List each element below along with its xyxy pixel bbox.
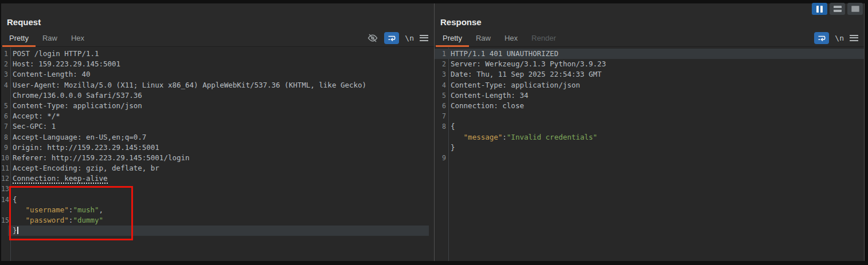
- line-number: 2: [1, 59, 8, 69]
- newline-toggle[interactable]: \n: [835, 34, 844, 42]
- line-number: 11: [1, 163, 8, 173]
- tab-render: Render: [525, 30, 563, 46]
- code-line: 4User-Agent: Mozilla/5.0 (X11; Linux x86…: [1, 80, 434, 90]
- line-number: 5: [1, 101, 8, 111]
- line-number: [1, 205, 8, 215]
- line-number: 2: [435, 59, 446, 69]
- columns-icon: [816, 6, 823, 13]
- line-content: Sec-GPC: 1: [8, 121, 56, 132]
- line-number: 14: [1, 195, 8, 205]
- pane-split-divider[interactable]: [434, 3, 435, 261]
- line-number: 9: [435, 153, 446, 163]
- request-tabbar: PrettyRawHex: [1, 30, 434, 47]
- tab-hex[interactable]: Hex: [498, 30, 525, 46]
- line-number: 8: [1, 132, 8, 143]
- code-line: 1HTTP/1.1 401 UNAUTHORIZED: [435, 49, 864, 59]
- line-content: Connection: close: [446, 101, 524, 111]
- line-content: Chrome/136.0.0.0 Safari/537.36: [8, 90, 142, 101]
- soft-wrap-icon: [387, 34, 396, 43]
- dotted-underline-annotation: Connection: keep-alive: [13, 174, 108, 184]
- line-number: 10: [1, 153, 8, 163]
- tab-raw[interactable]: Raw: [36, 30, 64, 46]
- code-line: 6Accept: */*: [1, 111, 434, 121]
- code-line: 10Referer: http://159.223.29.145:5001/lo…: [1, 153, 434, 163]
- repeater-surface: Request PrettyRawHex: [1, 3, 865, 261]
- request-tabs: PrettyRawHex: [2, 30, 91, 46]
- line-number: 6: [1, 111, 8, 121]
- response-tabbar: PrettyRawHexRender \n: [435, 30, 864, 47]
- layout-stacked-button[interactable]: [830, 3, 845, 15]
- line-content: [446, 111, 451, 121]
- line-number: 15: [1, 215, 8, 226]
- response-pane: Response PrettyRawHexRender \n 1HTTP/: [435, 3, 864, 261]
- code-line: 5Content-Length: 34: [435, 90, 864, 101]
- line-number: 3: [1, 69, 8, 80]
- code-line: }: [435, 143, 864, 153]
- code-line: 2Host: 159.223.29.145:5001: [1, 59, 434, 69]
- eye-off-icon[interactable]: [367, 33, 378, 43]
- code-line: 8Accept-Language: en-US,en;q=0.7: [1, 132, 434, 143]
- line-content: HTTP/1.1 401 UNAUTHORIZED: [446, 49, 558, 59]
- line-number: [435, 132, 446, 143]
- line-content: POST /login HTTP/1.1: [8, 49, 99, 59]
- line-content: [446, 153, 451, 163]
- line-number: 4: [435, 80, 446, 90]
- code-line: 3Date: Thu, 11 Sep 2025 22:54:33 GMT: [435, 69, 864, 80]
- soft-wrap-button[interactable]: [814, 32, 829, 44]
- single-pane-icon: [851, 6, 859, 12]
- request-editor-tools: \n: [367, 32, 428, 44]
- line-content: Accept-Encoding: gzip, deflate, br: [8, 163, 159, 173]
- code-line: 1POST /login HTTP/1.1: [1, 49, 434, 59]
- code-line: 8{: [435, 121, 864, 132]
- code-line: Chrome/136.0.0.0 Safari/537.36: [1, 90, 434, 101]
- line-number: 1: [435, 49, 446, 59]
- line-number: [1, 90, 8, 101]
- newline-toggle[interactable]: \n: [405, 34, 414, 42]
- code-line: 11Accept-Encoding: gzip, deflate, br: [1, 163, 434, 173]
- line-number: 3: [435, 69, 446, 80]
- code-line: 7: [435, 111, 864, 121]
- code-line: 7Sec-GPC: 1: [1, 121, 434, 132]
- line-content: Date: Thu, 11 Sep 2025 22:54:33 GMT: [446, 69, 601, 80]
- line-number: 1: [1, 49, 8, 59]
- line-number: 5: [435, 90, 446, 101]
- line-content: Content-Type: application/json: [8, 101, 142, 111]
- line-content: Content-Type: application/json: [446, 80, 580, 90]
- line-content: User-Agent: Mozilla/5.0 (X11; Linux x86_…: [8, 80, 366, 90]
- line-number: [435, 143, 446, 153]
- pane-layout-switcher: [812, 3, 863, 15]
- line-content: Accept: */*: [8, 111, 60, 121]
- response-editor-tools: \n: [814, 32, 858, 44]
- layout-single-pane-button[interactable]: [847, 3, 863, 15]
- response-tabs: PrettyRawHexRender: [436, 30, 563, 46]
- line-number: 7: [435, 111, 446, 121]
- tab-hex[interactable]: Hex: [64, 30, 91, 46]
- line-content: Referer: http://159.223.29.145:5001/logi…: [8, 153, 190, 163]
- line-content: {: [446, 121, 455, 132]
- code-line: "message":"Invalid credentials": [435, 132, 864, 143]
- editor-menu-icon[interactable]: [850, 35, 858, 41]
- line-number: [1, 226, 8, 236]
- request-pane: Request PrettyRawHex: [1, 3, 434, 261]
- response-editor[interactable]: 1HTTP/1.1 401 UNAUTHORIZED2Server: Werkz…: [435, 48, 864, 261]
- code-line: 5Content-Type: application/json: [1, 101, 434, 111]
- soft-wrap-icon: [817, 34, 826, 43]
- tab-pretty[interactable]: Pretty: [436, 30, 469, 46]
- tab-pretty[interactable]: Pretty: [2, 30, 36, 46]
- editor-menu-icon[interactable]: [420, 35, 428, 41]
- response-pane-title: Response: [440, 17, 482, 27]
- line-content: Server: Werkzeug/3.1.3 Python/3.9.23: [446, 59, 606, 69]
- soft-wrap-button[interactable]: [384, 32, 399, 44]
- request-body-annotation-box: [9, 186, 133, 240]
- line-content: Accept-Language: en-US,en;q=0.7: [8, 132, 146, 143]
- request-editor[interactable]: 1POST /login HTTP/1.12Host: 159.223.29.1…: [1, 48, 434, 261]
- tab-raw[interactable]: Raw: [469, 30, 498, 46]
- layout-side-by-side-button[interactable]: [812, 3, 827, 15]
- code-line: 12Connection: keep-alive: [1, 173, 434, 184]
- line-content: Host: 159.223.29.145:5001: [8, 59, 120, 69]
- http-message-viewer: { "colors": { "accent_orange": "#d9612f"…: [0, 0, 868, 265]
- rows-icon: [834, 6, 842, 12]
- code-line: 9Origin: http://159.223.29.145:5001: [1, 143, 434, 153]
- code-line: 2Server: Werkzeug/3.1.3 Python/3.9.23: [435, 59, 864, 69]
- line-content: "message":"Invalid credentials": [446, 132, 597, 143]
